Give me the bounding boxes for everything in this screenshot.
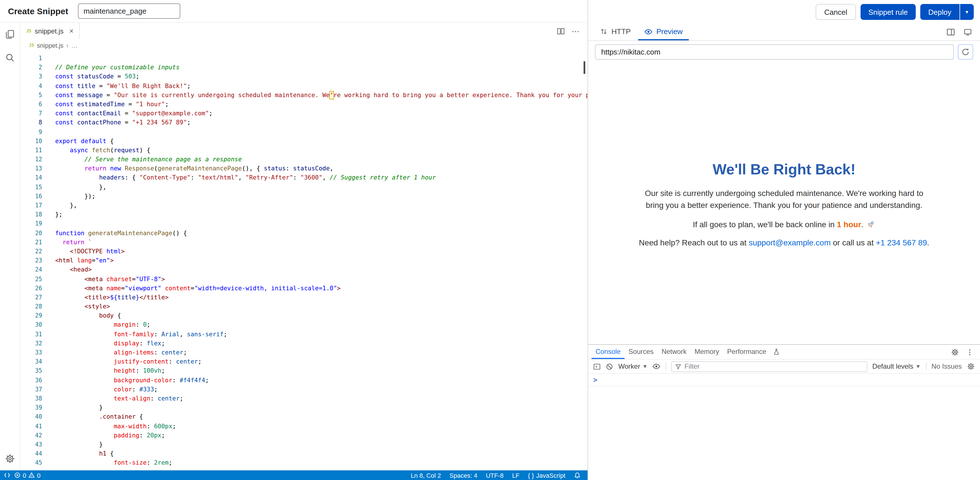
refresh-button[interactable]: [958, 44, 973, 60]
console-prompt-row[interactable]: >: [588, 374, 980, 386]
execution-context-selector[interactable]: Worker ▼: [618, 363, 648, 371]
code-text: body {: [42, 312, 121, 321]
code-line[interactable]: 1: [21, 54, 587, 63]
code-line[interactable]: 34 justify-content: center;: [21, 357, 587, 366]
encoding[interactable]: UTF-8: [486, 472, 503, 478]
remote-indicator-icon[interactable]: [4, 472, 10, 478]
code-line[interactable]: 4const title = "We'll Be Right Back!";: [21, 81, 587, 90]
code-line[interactable]: 43 }: [21, 440, 587, 449]
cancel-button[interactable]: Cancel: [816, 4, 856, 20]
code-line[interactable]: 28 <style>: [21, 302, 587, 311]
more-actions-icon[interactable]: ⋯: [572, 27, 580, 35]
line-number: 33: [21, 348, 42, 357]
tab-http[interactable]: HTTP: [594, 24, 637, 40]
code-line[interactable]: 39 }: [21, 403, 587, 412]
scrollbar-thumb[interactable]: [584, 61, 585, 74]
code-line[interactable]: 37 color: #333;: [21, 385, 587, 394]
code-line[interactable]: 13 return new Response(generateMaintenan…: [21, 165, 587, 174]
code-line[interactable]: 25 <meta charset="UTF-8">: [21, 275, 587, 284]
devtools-tab-network[interactable]: Network: [657, 345, 690, 359]
eol-sequence[interactable]: LF: [512, 472, 520, 478]
code-line[interactable]: 8const contactPhone = "+1 234 567 89";: [21, 119, 587, 128]
code-line[interactable]: 21 return `: [21, 238, 587, 247]
code-line[interactable]: 35 height: 100vh;: [21, 367, 587, 376]
devtools-tab-memory[interactable]: Memory: [690, 345, 723, 359]
indentation[interactable]: Spaces: 4: [450, 472, 477, 478]
split-editor-icon[interactable]: [557, 27, 565, 35]
code-line[interactable]: 20function generateMaintenancePage() {: [21, 229, 587, 238]
snippet-name-input[interactable]: [78, 3, 180, 19]
files-copy-icon[interactable]: [5, 30, 15, 39]
code-line[interactable]: 29 body {: [21, 312, 587, 321]
code-line[interactable]: 18};: [21, 210, 587, 219]
deploy-button[interactable]: Deploy: [920, 4, 959, 20]
tab-preview[interactable]: Preview: [638, 24, 689, 40]
clear-console-icon[interactable]: [606, 363, 613, 370]
code-line[interactable]: 44 h1 {: [21, 449, 587, 458]
device-screen-icon[interactable]: [964, 28, 972, 36]
code-line[interactable]: 11 async fetch(request) {: [21, 146, 587, 155]
code-line[interactable]: 33 align-items: center;: [21, 348, 587, 357]
code-line[interactable]: 31 font-family: Arial, sans-serif;: [21, 330, 587, 339]
line-number: 15: [21, 183, 42, 192]
url-input[interactable]: [595, 44, 954, 60]
problems-indicator[interactable]: 0 0: [14, 472, 41, 478]
devtools-panel: Console Sources Network Memory Performan…: [588, 344, 980, 480]
code-line[interactable]: 16 });: [21, 192, 587, 201]
cursor-position[interactable]: Ln 8, Col 2: [410, 472, 441, 478]
code-line[interactable]: 22 <!DOCTYPE html>: [21, 247, 587, 256]
issues-counter[interactable]: No Issues: [931, 363, 962, 371]
experiments-flask-icon[interactable]: [770, 345, 783, 359]
console-output[interactable]: >: [588, 374, 980, 480]
code-line[interactable]: 40 .container {: [21, 413, 587, 422]
kebab-menu-icon[interactable]: ⋮: [966, 348, 973, 356]
code-line[interactable]: 5const message = "Our site is currently …: [21, 91, 587, 100]
code-line[interactable]: 23<html lang="en">: [21, 256, 587, 265]
code-line[interactable]: 19: [21, 220, 587, 229]
snippet-rule-button[interactable]: Snippet rule: [860, 4, 916, 20]
devtools-tab-performance[interactable]: Performance: [723, 345, 770, 359]
search-icon[interactable]: [5, 53, 15, 62]
panel-layout-icon[interactable]: [947, 28, 955, 36]
breadcrumb[interactable]: JS snippet.js › …: [21, 39, 587, 51]
devtools-tab-sources[interactable]: Sources: [625, 345, 657, 359]
code-line[interactable]: 45 font-size: 2rem;: [21, 459, 587, 468]
notifications-bell-icon[interactable]: [574, 472, 581, 478]
code-line[interactable]: 3const statusCode = 503;: [21, 73, 587, 81]
code-line[interactable]: 7const contactEmail = "support@example.c…: [21, 109, 587, 118]
code-line[interactable]: 26 <meta name="viewport" content="width=…: [21, 284, 587, 293]
code-line[interactable]: 42 padding: 20px;: [21, 431, 587, 440]
code-line[interactable]: 10export default {: [21, 136, 587, 146]
code-line[interactable]: 15 },: [21, 183, 587, 192]
devtools-tab-console[interactable]: Console: [592, 345, 625, 359]
code-line[interactable]: 30 margin: 0;: [21, 321, 587, 330]
code-line[interactable]: 12 // Serve the maintenance page as a re…: [21, 155, 587, 164]
console-settings-gear-icon[interactable]: [967, 363, 975, 371]
deploy-dropdown-button[interactable]: ▼: [960, 4, 974, 20]
settings-gear-icon[interactable]: [5, 454, 15, 464]
code-line[interactable]: 14 headers: { "Content-Type": "text/html…: [21, 174, 587, 183]
log-levels-selector[interactable]: Default levels ▼: [872, 363, 921, 371]
editor-tab-strip: JS snippet.js × ⋯: [21, 23, 587, 39]
language-mode[interactable]: { } JavaScript: [528, 472, 565, 478]
console-sidebar-icon[interactable]: [593, 363, 601, 370]
code-line[interactable]: 6const estimatedTime = "1 hour";: [21, 100, 587, 109]
code-line[interactable]: 2// Define your customizable inputs: [21, 63, 587, 72]
editor-scrollbar[interactable]: [581, 51, 587, 470]
support-email-link[interactable]: support@example.com: [749, 238, 831, 247]
tab-snippet-js[interactable]: JS snippet.js ×: [21, 23, 80, 39]
console-filter-input[interactable]: Filter: [671, 361, 867, 372]
code-line[interactable]: 9: [21, 128, 587, 136]
code-line[interactable]: 24 <head>: [21, 266, 587, 275]
live-expression-eye-icon[interactable]: [653, 363, 661, 371]
code-line[interactable]: 38 text-align: center;: [21, 394, 587, 403]
code-editor[interactable]: 12// Define your customizable inputs3con…: [21, 51, 587, 470]
code-line[interactable]: 41 max-width: 600px;: [21, 422, 587, 431]
code-line[interactable]: 27 <title>${title}</title>: [21, 293, 587, 302]
code-line[interactable]: 32 display: flex;: [21, 339, 587, 348]
close-tab-icon[interactable]: ×: [69, 27, 73, 35]
code-line[interactable]: 36 background-color: #f4f4f4;: [21, 376, 587, 385]
devtools-settings-gear-icon[interactable]: [951, 348, 959, 356]
code-line[interactable]: 17 },: [21, 201, 587, 210]
phone-link[interactable]: +1 234 567 89: [876, 238, 927, 247]
